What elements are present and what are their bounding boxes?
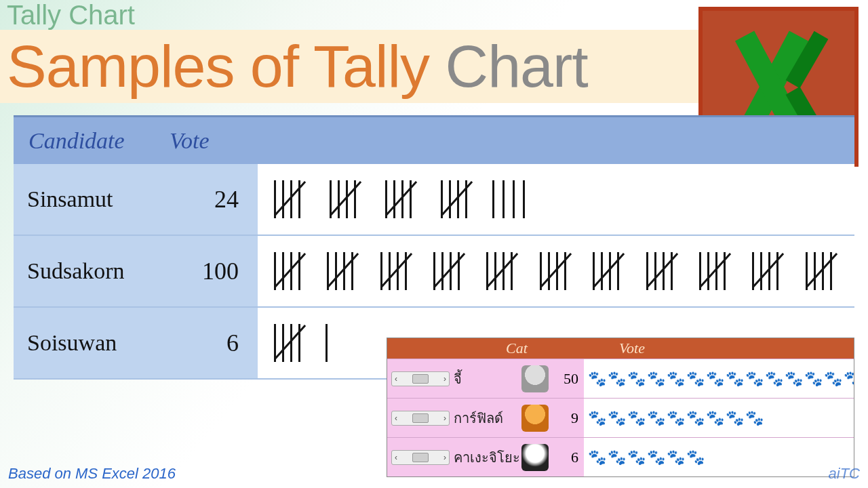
chevron-left-icon[interactable]: ‹ xyxy=(395,453,397,462)
chevron-right-icon[interactable]: › xyxy=(443,413,446,423)
header-cat-vote: Vote xyxy=(581,340,683,357)
cat-vote: 50 xyxy=(553,370,584,388)
cat-icon xyxy=(521,444,549,471)
scrollbar-thumb[interactable] xyxy=(412,413,429,423)
title-banner: Samples of Tally Chart xyxy=(0,30,705,103)
cat-name: คาเงะจิโยะ xyxy=(454,447,521,468)
title-orange: Samples of Tally xyxy=(7,33,429,100)
page-title: Samples of Tally Chart xyxy=(7,32,588,101)
cat-table-header: Cat Vote xyxy=(387,338,854,359)
supertitle: Tally Chart xyxy=(7,0,135,30)
chevron-right-icon[interactable]: › xyxy=(443,374,446,384)
candidate-vote: 6 xyxy=(170,329,258,357)
candidate-name: Sudsakorn xyxy=(14,258,170,284)
candidate-vote: 24 xyxy=(170,185,258,214)
footer-right: aiTC xyxy=(829,465,860,483)
cat-name: จี้ xyxy=(454,368,521,390)
chevron-left-icon[interactable]: ‹ xyxy=(395,413,397,423)
header-vote: Vote xyxy=(170,128,258,154)
candidate-vote: 100 xyxy=(170,257,258,285)
cat-vote: 9 xyxy=(553,409,584,427)
cat-vote: 6 xyxy=(553,449,584,466)
chevron-left-icon[interactable]: ‹ xyxy=(395,374,397,384)
footer-text: Based on MS Excel 2016 xyxy=(8,465,176,483)
candidate-name: Sinsamut xyxy=(14,186,170,212)
header-cat: Cat xyxy=(452,340,581,357)
table-row: Sinsamut24 xyxy=(14,164,854,236)
paw-marks: 🐾🐾🐾🐾🐾🐾🐾🐾🐾🐾🐾🐾🐾🐾 xyxy=(584,359,854,398)
cat-tally-table: Cat Vote ‹›จี้50🐾🐾🐾🐾🐾🐾🐾🐾🐾🐾🐾🐾🐾🐾‹›การ์ฟิลด… xyxy=(387,338,854,477)
table-row: ‹›คาเงะจิโยะ6🐾🐾🐾🐾🐾🐾 xyxy=(387,437,854,476)
row-scrollbar[interactable]: ‹› xyxy=(391,450,450,465)
row-scrollbar[interactable]: ‹› xyxy=(391,371,450,386)
table-row: ‹›จี้50🐾🐾🐾🐾🐾🐾🐾🐾🐾🐾🐾🐾🐾🐾 xyxy=(387,359,854,398)
header-candidate: Candidate xyxy=(14,128,170,154)
chevron-right-icon[interactable]: › xyxy=(443,453,446,462)
paw-marks: 🐾🐾🐾🐾🐾🐾 xyxy=(584,438,854,476)
table-row: ‹›การ์ฟิลด์9🐾🐾🐾🐾🐾🐾🐾🐾🐾 xyxy=(387,398,854,437)
cat-icon xyxy=(521,405,549,432)
scrollbar-thumb[interactable] xyxy=(412,374,429,384)
scrollbar-thumb[interactable] xyxy=(412,453,429,462)
row-scrollbar[interactable]: ‹› xyxy=(391,411,450,426)
tally-marks xyxy=(258,164,854,235)
table-row: Sudsakorn100 xyxy=(14,236,854,308)
tally-marks xyxy=(258,236,854,306)
title-gray: Chart xyxy=(429,33,588,100)
cat-name: การ์ฟิลด์ xyxy=(454,407,521,429)
candidate-table-header: Candidate Vote xyxy=(14,115,854,164)
cat-icon xyxy=(521,365,549,392)
paw-marks: 🐾🐾🐾🐾🐾🐾🐾🐾🐾 xyxy=(584,399,854,437)
candidate-name: Soisuwan xyxy=(14,330,170,356)
